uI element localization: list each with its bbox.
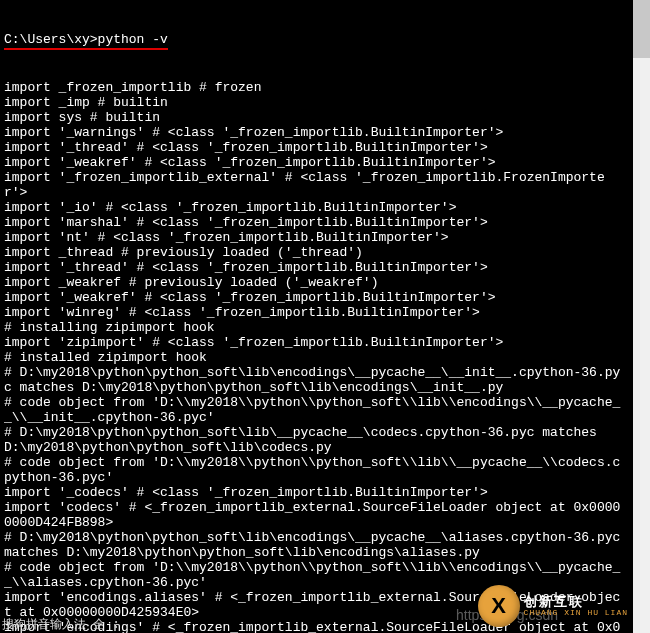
ime-status-bar: 搜狗拼音输入法 全 :: [0, 616, 122, 633]
terminal-line: import 'marshal' # <class '_frozen_impor…: [4, 215, 626, 230]
command-prompt: C:\Users\xy>python -v: [4, 32, 168, 50]
terminal-line: import '_thread' # <class '_frozen_impor…: [4, 140, 626, 155]
terminal-line: import _thread # previously loaded ('_th…: [4, 245, 626, 260]
terminal-line: # installing zipimport hook: [4, 320, 626, 335]
vertical-scrollbar[interactable]: [633, 0, 650, 633]
terminal-line: # D:\my2018\python\python_soft\lib\encod…: [4, 365, 626, 395]
terminal-line: # D:\my2018\python\python_soft\lib\__pyc…: [4, 425, 626, 455]
terminal-line: import sys # builtin: [4, 110, 626, 125]
terminal-output[interactable]: C:\Users\xy>python -v import _frozen_imp…: [0, 0, 630, 633]
command-prompt-line: C:\Users\xy>python -v: [4, 32, 626, 50]
terminal-line: import 'nt' # <class '_frozen_importlib.…: [4, 230, 626, 245]
terminal-line: # code object from 'D:\\my2018\\python\\…: [4, 395, 626, 425]
terminal-line: import '_weakref' # <class '_frozen_impo…: [4, 155, 626, 170]
terminal-line: import _imp # builtin: [4, 95, 626, 110]
terminal-line: import '_codecs' # <class '_frozen_impor…: [4, 485, 626, 500]
terminal-line: import '_frozen_importlib_external' # <c…: [4, 170, 626, 200]
terminal-line: import '_warnings' # <class '_frozen_imp…: [4, 125, 626, 140]
terminal-line: import '_weakref' # <class '_frozen_impo…: [4, 290, 626, 305]
terminal-line: import '_io' # <class '_frozen_importlib…: [4, 200, 626, 215]
terminal-line: import _frozen_importlib # frozen: [4, 80, 626, 95]
terminal-line: # D:\my2018\python\python_soft\lib\encod…: [4, 530, 626, 560]
terminal-line: import _weakref # previously loaded ('_w…: [4, 275, 626, 290]
terminal-line: import 'winreg' # <class '_frozen_import…: [4, 305, 626, 320]
scroll-thumb[interactable]: [633, 0, 650, 58]
terminal-line: import 'zipimport' # <class '_frozen_imp…: [4, 335, 626, 350]
terminal-line: # installed zipimport hook: [4, 350, 626, 365]
terminal-line: import 'codecs' # <_frozen_importlib_ext…: [4, 500, 626, 530]
terminal-line: # code object from 'D:\\my2018\\python\\…: [4, 560, 626, 590]
terminal-line: import '_thread' # <class '_frozen_impor…: [4, 260, 626, 275]
terminal-line: # code object from 'D:\\my2018\\python\\…: [4, 455, 626, 485]
